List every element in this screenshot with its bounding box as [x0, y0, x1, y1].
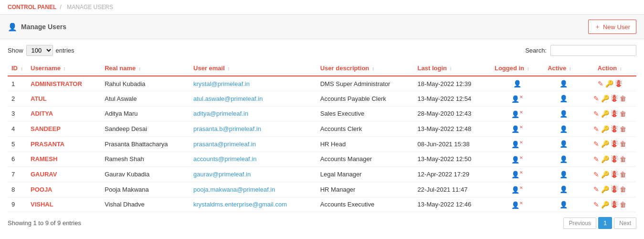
cell-logged-in: 👤✕	[491, 136, 544, 152]
sort-icon-id: ↕	[21, 66, 23, 71]
edit-icon[interactable]: ✎	[593, 140, 599, 148]
cell-username[interactable]: POOJA	[27, 182, 101, 197]
cell-username[interactable]: ADMINISTRATOR	[27, 76, 101, 91]
edit-icon[interactable]: ✎	[593, 171, 599, 178]
table-row: 1ADMINISTRATORRahul Kubadiakrystal@prime…	[8, 76, 636, 91]
col-description[interactable]: User description ↕	[317, 61, 414, 76]
key-icon[interactable]: 🔑	[601, 110, 609, 118]
cell-logged-in: 👤	[491, 76, 544, 91]
new-user-button[interactable]: ＋ New User	[588, 20, 636, 34]
filter-icon[interactable]: ⛇	[611, 125, 618, 133]
filter-icon[interactable]: ⛇	[611, 95, 618, 102]
entries-select[interactable]: 100 10 25 50	[26, 45, 53, 56]
col-id[interactable]: ID ↕	[8, 61, 27, 76]
col-realname[interactable]: Real name ↕	[101, 61, 190, 76]
next-button[interactable]: Next	[614, 217, 636, 229]
active-icon: 👤	[560, 185, 568, 193]
filter-icon[interactable]: ⛇	[615, 80, 622, 87]
search-input[interactable]	[550, 45, 636, 56]
sort-icon-email: ↕	[227, 66, 230, 71]
col-loggedin[interactable]: Logged in ↕	[491, 61, 544, 76]
edit-icon[interactable]: ✎	[593, 125, 599, 133]
key-icon[interactable]: 🔑	[601, 140, 609, 148]
cell-username[interactable]: GAURAV	[27, 167, 101, 182]
delete-icon[interactable]: 🗑	[620, 201, 626, 208]
current-page[interactable]: 1	[598, 217, 612, 229]
col-action[interactable]: Action ↕	[583, 61, 636, 76]
cell-username[interactable]: ADITYA	[27, 106, 101, 121]
cell-id: 1	[8, 76, 27, 91]
key-icon[interactable]: 🔑	[601, 95, 609, 102]
cell-username[interactable]: RAMESH	[27, 152, 101, 167]
edit-icon[interactable]: ✎	[593, 155, 599, 163]
delete-icon[interactable]: 🗑	[620, 155, 626, 163]
cell-email: accounts@primeleaf.in	[190, 152, 317, 167]
cell-email: prasanta.b@primeleaf.in	[190, 121, 317, 137]
cell-description: Accounts Executive	[317, 197, 414, 212]
filter-icon[interactable]: ⛇	[611, 140, 618, 148]
active-icon: 👤	[560, 95, 568, 102]
col-email[interactable]: User email ↕	[190, 61, 317, 76]
key-icon[interactable]: 🔑	[605, 80, 613, 87]
key-icon[interactable]: 🔑	[601, 155, 609, 163]
active-icon: 👤	[560, 80, 568, 87]
key-icon[interactable]: 🔑	[601, 185, 609, 193]
delete-icon[interactable]: 🗑	[620, 95, 626, 102]
cell-username[interactable]: PRASANTA	[27, 136, 101, 152]
cell-username[interactable]: VISHAL	[27, 197, 101, 212]
filter-icon[interactable]: ⛇	[611, 110, 618, 118]
filter-icon[interactable]: ⛇	[611, 201, 618, 208]
delete-icon[interactable]: 🗑	[620, 140, 626, 148]
key-icon[interactable]: 🔑	[601, 171, 609, 178]
cell-logged-in: 👤✕	[491, 167, 544, 182]
cell-id: 5	[8, 136, 27, 152]
cell-active: 👤	[544, 106, 583, 121]
active-icon: 👤	[560, 125, 568, 133]
cell-description: Accounts Clerk	[317, 121, 414, 137]
cell-realname: Sandeep Desai	[101, 121, 190, 137]
filter-icon[interactable]: ⛇	[611, 155, 618, 163]
col-username[interactable]: Username ↕	[27, 61, 101, 76]
cell-description: HR Manager	[317, 182, 414, 197]
key-icon[interactable]: 🔑	[601, 125, 609, 133]
cell-id: 4	[8, 121, 27, 137]
breadcrumb-control-panel[interactable]: CONTROL PANEL	[8, 4, 56, 11]
prev-button[interactable]: Previous	[563, 217, 596, 229]
sort-icon-loggedin: ↕	[527, 66, 529, 71]
breadcrumb: CONTROL PANEL / MANAGE USERS	[0, 0, 644, 15]
cell-email: krystaldms.enterprise@gmail.com	[190, 197, 317, 212]
col-active[interactable]: Active ↕	[544, 61, 583, 76]
filter-icon[interactable]: ⛇	[611, 171, 618, 178]
edit-icon[interactable]: ✎	[593, 185, 599, 193]
cell-email: gaurav@primeleaf.in	[190, 167, 317, 182]
edit-icon[interactable]: ✎	[598, 80, 603, 87]
delete-icon[interactable]: 🗑	[620, 171, 626, 178]
show-label: Show	[8, 47, 23, 54]
edit-icon[interactable]: ✎	[593, 95, 599, 102]
pagination: Previous 1 Next	[563, 217, 636, 229]
cell-id: 6	[8, 152, 27, 167]
table-row: 3ADITYAAditya Maruaditya@primeleaf.inSal…	[8, 106, 636, 121]
table-row: 2ATULAtul Aswaleatul.aswale@primeleaf.in…	[8, 91, 636, 107]
logged-in-icon: 👤✕	[511, 140, 523, 148]
cell-actions: ✎🔑⛇🗑	[583, 152, 636, 167]
delete-icon[interactable]: 🗑	[620, 110, 626, 118]
cell-active: 👤	[544, 197, 583, 212]
edit-icon[interactable]: ✎	[593, 110, 599, 118]
cell-username[interactable]: ATUL	[27, 91, 101, 107]
filter-icon[interactable]: ⛇	[611, 185, 618, 193]
col-lastlogin[interactable]: Last login ↕	[414, 61, 491, 76]
table-row: 8POOJAPooja Makwanapooja.makwana@primele…	[8, 182, 636, 197]
logged-in-icon: 👤✕	[511, 185, 523, 194]
page-header-left: 👤 Manage Users	[8, 22, 66, 32]
delete-icon[interactable]: 🗑	[620, 185, 626, 193]
delete-icon[interactable]: 🗑	[620, 125, 626, 133]
cell-active: 👤	[544, 167, 583, 182]
cell-username[interactable]: SANDEEP	[27, 121, 101, 137]
logged-in-icon: 👤✕	[511, 201, 523, 209]
cell-actions: ✎🔑⛇🗑	[583, 121, 636, 137]
edit-icon[interactable]: ✎	[593, 201, 599, 208]
breadcrumb-separator: /	[60, 4, 62, 11]
key-icon[interactable]: 🔑	[601, 201, 609, 208]
table-row: 6RAMESHRamesh Shahaccounts@primeleaf.inA…	[8, 152, 636, 167]
